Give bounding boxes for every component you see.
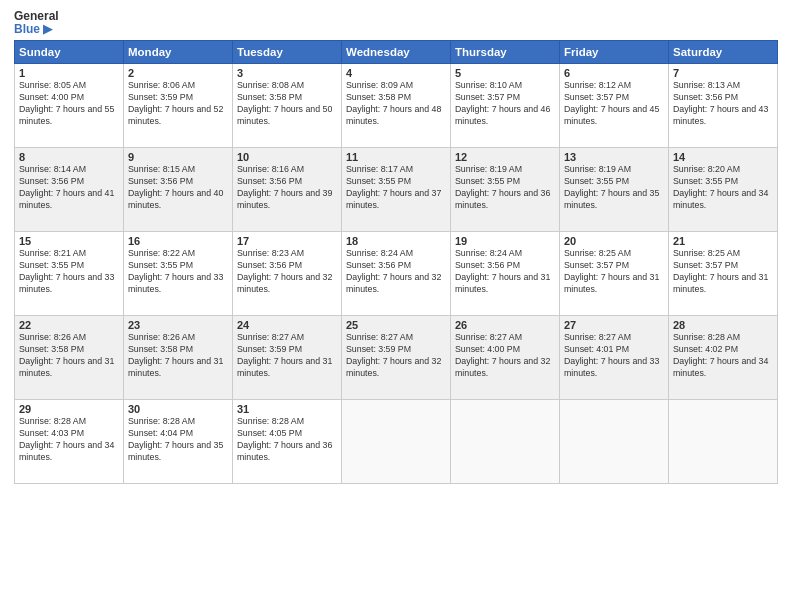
- day-number: 26: [455, 319, 555, 331]
- cell-info: Sunrise: 8:21 AMSunset: 3:55 PMDaylight:…: [19, 248, 114, 294]
- day-number: 1: [19, 67, 119, 79]
- cell-info: Sunrise: 8:27 AMSunset: 3:59 PMDaylight:…: [237, 332, 332, 378]
- cell-info: Sunrise: 8:09 AMSunset: 3:58 PMDaylight:…: [346, 80, 441, 126]
- logo: General Blue ▶: [14, 10, 59, 36]
- calendar-cell: 8 Sunrise: 8:14 AMSunset: 3:56 PMDayligh…: [15, 148, 124, 232]
- cell-info: Sunrise: 8:20 AMSunset: 3:55 PMDaylight:…: [673, 164, 768, 210]
- day-number: 22: [19, 319, 119, 331]
- cell-info: Sunrise: 8:24 AMSunset: 3:56 PMDaylight:…: [346, 248, 441, 294]
- cell-info: Sunrise: 8:19 AMSunset: 3:55 PMDaylight:…: [564, 164, 659, 210]
- cell-info: Sunrise: 8:12 AMSunset: 3:57 PMDaylight:…: [564, 80, 659, 126]
- day-number: 19: [455, 235, 555, 247]
- calendar-cell: 5 Sunrise: 8:10 AMSunset: 3:57 PMDayligh…: [451, 64, 560, 148]
- calendar-cell: 17 Sunrise: 8:23 AMSunset: 3:56 PMDaylig…: [233, 232, 342, 316]
- calendar-cell: 27 Sunrise: 8:27 AMSunset: 4:01 PMDaylig…: [560, 316, 669, 400]
- calendar-cell: 29 Sunrise: 8:28 AMSunset: 4:03 PMDaylig…: [15, 400, 124, 484]
- day-number: 6: [564, 67, 664, 79]
- cell-info: Sunrise: 8:08 AMSunset: 3:58 PMDaylight:…: [237, 80, 332, 126]
- calendar-cell: 14 Sunrise: 8:20 AMSunset: 3:55 PMDaylig…: [669, 148, 778, 232]
- calendar-cell: 25 Sunrise: 8:27 AMSunset: 3:59 PMDaylig…: [342, 316, 451, 400]
- day-number: 30: [128, 403, 228, 415]
- calendar-cell: 24 Sunrise: 8:27 AMSunset: 3:59 PMDaylig…: [233, 316, 342, 400]
- day-number: 11: [346, 151, 446, 163]
- calendar-cell: 22 Sunrise: 8:26 AMSunset: 3:58 PMDaylig…: [15, 316, 124, 400]
- calendar-cell: 18 Sunrise: 8:24 AMSunset: 3:56 PMDaylig…: [342, 232, 451, 316]
- header-wednesday: Wednesday: [342, 41, 451, 64]
- cell-info: Sunrise: 8:14 AMSunset: 3:56 PMDaylight:…: [19, 164, 114, 210]
- logo-blue: Blue ▶: [14, 23, 59, 36]
- day-number: 10: [237, 151, 337, 163]
- day-number: 31: [237, 403, 337, 415]
- calendar-cell: 12 Sunrise: 8:19 AMSunset: 3:55 PMDaylig…: [451, 148, 560, 232]
- day-number: 5: [455, 67, 555, 79]
- day-number: 25: [346, 319, 446, 331]
- calendar-cell: 6 Sunrise: 8:12 AMSunset: 3:57 PMDayligh…: [560, 64, 669, 148]
- day-number: 9: [128, 151, 228, 163]
- cell-info: Sunrise: 8:25 AMSunset: 3:57 PMDaylight:…: [564, 248, 659, 294]
- cell-info: Sunrise: 8:13 AMSunset: 3:56 PMDaylight:…: [673, 80, 768, 126]
- calendar-cell: 21 Sunrise: 8:25 AMSunset: 3:57 PMDaylig…: [669, 232, 778, 316]
- day-number: 21: [673, 235, 773, 247]
- cell-info: Sunrise: 8:25 AMSunset: 3:57 PMDaylight:…: [673, 248, 768, 294]
- header-monday: Monday: [124, 41, 233, 64]
- calendar-cell: 19 Sunrise: 8:24 AMSunset: 3:56 PMDaylig…: [451, 232, 560, 316]
- day-number: 17: [237, 235, 337, 247]
- day-number: 8: [19, 151, 119, 163]
- cell-info: Sunrise: 8:23 AMSunset: 3:56 PMDaylight:…: [237, 248, 332, 294]
- calendar-cell: 1 Sunrise: 8:05 AMSunset: 4:00 PMDayligh…: [15, 64, 124, 148]
- calendar-cell: 9 Sunrise: 8:15 AMSunset: 3:56 PMDayligh…: [124, 148, 233, 232]
- calendar-cell: [342, 400, 451, 484]
- cell-info: Sunrise: 8:27 AMSunset: 4:01 PMDaylight:…: [564, 332, 659, 378]
- calendar-cell: 30 Sunrise: 8:28 AMSunset: 4:04 PMDaylig…: [124, 400, 233, 484]
- calendar-cell: 28 Sunrise: 8:28 AMSunset: 4:02 PMDaylig…: [669, 316, 778, 400]
- day-number: 7: [673, 67, 773, 79]
- day-number: 23: [128, 319, 228, 331]
- day-number: 28: [673, 319, 773, 331]
- calendar-cell: 31 Sunrise: 8:28 AMSunset: 4:05 PMDaylig…: [233, 400, 342, 484]
- day-number: 4: [346, 67, 446, 79]
- header-sunday: Sunday: [15, 41, 124, 64]
- cell-info: Sunrise: 8:28 AMSunset: 4:04 PMDaylight:…: [128, 416, 223, 462]
- day-number: 3: [237, 67, 337, 79]
- cell-info: Sunrise: 8:27 AMSunset: 4:00 PMDaylight:…: [455, 332, 550, 378]
- calendar-cell: 15 Sunrise: 8:21 AMSunset: 3:55 PMDaylig…: [15, 232, 124, 316]
- cell-info: Sunrise: 8:27 AMSunset: 3:59 PMDaylight:…: [346, 332, 441, 378]
- day-number: 18: [346, 235, 446, 247]
- calendar-cell: 13 Sunrise: 8:19 AMSunset: 3:55 PMDaylig…: [560, 148, 669, 232]
- day-number: 12: [455, 151, 555, 163]
- cell-info: Sunrise: 8:10 AMSunset: 3:57 PMDaylight:…: [455, 80, 550, 126]
- calendar-cell: 20 Sunrise: 8:25 AMSunset: 3:57 PMDaylig…: [560, 232, 669, 316]
- header-thursday: Thursday: [451, 41, 560, 64]
- calendar-cell: 16 Sunrise: 8:22 AMSunset: 3:55 PMDaylig…: [124, 232, 233, 316]
- day-number: 27: [564, 319, 664, 331]
- day-number: 2: [128, 67, 228, 79]
- day-number: 15: [19, 235, 119, 247]
- day-number: 29: [19, 403, 119, 415]
- day-number: 20: [564, 235, 664, 247]
- calendar-cell: 11 Sunrise: 8:17 AMSunset: 3:55 PMDaylig…: [342, 148, 451, 232]
- cell-info: Sunrise: 8:28 AMSunset: 4:03 PMDaylight:…: [19, 416, 114, 462]
- day-number: 16: [128, 235, 228, 247]
- calendar-cell: 7 Sunrise: 8:13 AMSunset: 3:56 PMDayligh…: [669, 64, 778, 148]
- calendar-cell: 26 Sunrise: 8:27 AMSunset: 4:00 PMDaylig…: [451, 316, 560, 400]
- cell-info: Sunrise: 8:19 AMSunset: 3:55 PMDaylight:…: [455, 164, 550, 210]
- header-friday: Friday: [560, 41, 669, 64]
- header-saturday: Saturday: [669, 41, 778, 64]
- calendar-cell: 2 Sunrise: 8:06 AMSunset: 3:59 PMDayligh…: [124, 64, 233, 148]
- cell-info: Sunrise: 8:05 AMSunset: 4:00 PMDaylight:…: [19, 80, 114, 126]
- header-tuesday: Tuesday: [233, 41, 342, 64]
- cell-info: Sunrise: 8:22 AMSunset: 3:55 PMDaylight:…: [128, 248, 223, 294]
- cell-info: Sunrise: 8:26 AMSunset: 3:58 PMDaylight:…: [19, 332, 114, 378]
- calendar-cell: 10 Sunrise: 8:16 AMSunset: 3:56 PMDaylig…: [233, 148, 342, 232]
- day-number: 13: [564, 151, 664, 163]
- cell-info: Sunrise: 8:28 AMSunset: 4:05 PMDaylight:…: [237, 416, 332, 462]
- calendar-cell: [560, 400, 669, 484]
- cell-info: Sunrise: 8:26 AMSunset: 3:58 PMDaylight:…: [128, 332, 223, 378]
- calendar-cell: [669, 400, 778, 484]
- page-header: General Blue ▶: [14, 10, 778, 36]
- cell-info: Sunrise: 8:16 AMSunset: 3:56 PMDaylight:…: [237, 164, 332, 210]
- calendar-table: SundayMondayTuesdayWednesdayThursdayFrid…: [14, 40, 778, 484]
- calendar-cell: 3 Sunrise: 8:08 AMSunset: 3:58 PMDayligh…: [233, 64, 342, 148]
- calendar-cell: 4 Sunrise: 8:09 AMSunset: 3:58 PMDayligh…: [342, 64, 451, 148]
- cell-info: Sunrise: 8:15 AMSunset: 3:56 PMDaylight:…: [128, 164, 223, 210]
